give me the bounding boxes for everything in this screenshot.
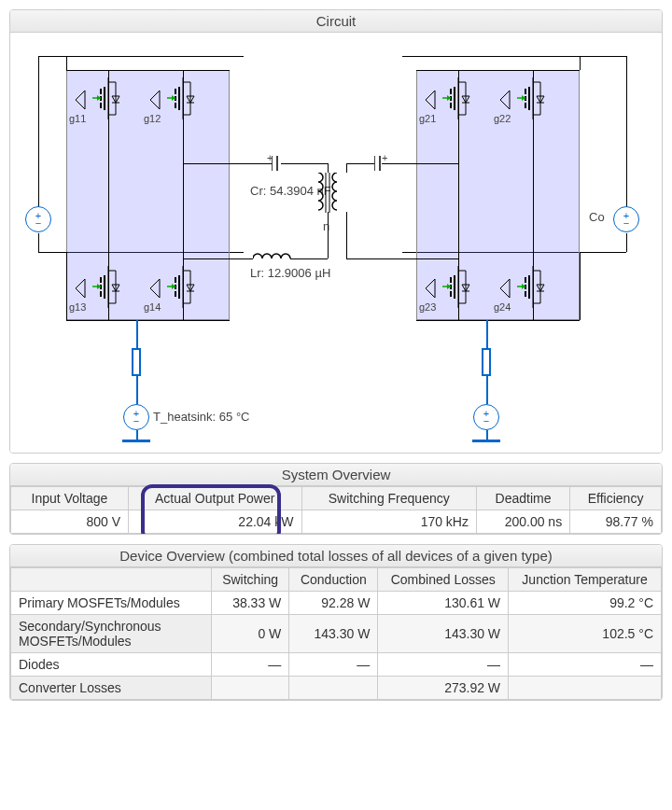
inductor-label-lr: Lr: 12.9006 µH xyxy=(250,266,330,280)
device-overview-table: Switching Conduction Combined Losses Jun… xyxy=(10,567,662,700)
heatsink-temp-label: T_heatsink: 65 °C xyxy=(153,410,249,424)
device-row-converter-switching xyxy=(212,677,289,700)
mosfet-g11 xyxy=(90,77,132,119)
output-cap-label: Co xyxy=(589,210,605,224)
circuit-diagram: +− +− Co xyxy=(10,33,662,453)
system-value-efficiency: 98.77 % xyxy=(570,510,662,534)
device-header-conduction: Conduction xyxy=(289,568,378,592)
gate-driver-icon xyxy=(150,279,161,298)
system-value-output-power: 22.04 kW xyxy=(128,510,301,534)
device-row-converter-combined: 273.92 W xyxy=(378,677,509,700)
system-header-output-power: Actual Output Power xyxy=(128,487,301,510)
system-header-switching-freq: Switching Frequency xyxy=(301,487,476,510)
mosfet-g22 xyxy=(514,77,556,119)
system-overview-title: System Overview xyxy=(10,464,662,486)
device-row-diodes-combined: — xyxy=(378,653,509,677)
device-row-primary-label: Primary MOSFETs/Modules xyxy=(11,592,212,615)
system-value-input-voltage: 800 V xyxy=(11,510,129,534)
gate-driver-icon xyxy=(76,91,87,109)
gate-driver-icon xyxy=(500,91,511,109)
device-row-secondary-conduction: 143.30 W xyxy=(289,615,378,653)
thermal-resistor-left xyxy=(132,348,141,376)
gate-label-g22: g22 xyxy=(494,113,511,124)
device-row-secondary-combined: 143.30 W xyxy=(378,615,509,653)
mosfet-g14 xyxy=(164,266,206,308)
gate-driver-icon xyxy=(76,279,87,298)
mosfet-g13 xyxy=(90,266,132,308)
mosfet-g21 xyxy=(440,77,482,119)
device-row-secondary-switching: 0 W xyxy=(212,615,289,653)
mosfet-g12 xyxy=(164,77,206,119)
circuit-panel-title: Circuit xyxy=(10,10,662,33)
system-overview-panel: System Overview Input Voltage Actual Out… xyxy=(9,463,663,535)
transformer-icon xyxy=(314,173,342,215)
device-header-switching: Switching xyxy=(212,568,289,592)
heatsink-source-left: +− xyxy=(123,404,149,430)
dc-source-right: +− xyxy=(613,206,639,232)
system-value-deadtime: 200.00 ns xyxy=(476,510,569,534)
device-overview-panel: Device Overview (combined total losses o… xyxy=(9,544,663,701)
device-header-junction: Junction Temperature xyxy=(509,568,662,592)
heatsink-source-right: +− xyxy=(473,404,499,430)
device-overview-title: Device Overview (combined total losses o… xyxy=(10,545,662,567)
capacitor-cr xyxy=(272,156,281,171)
gate-driver-icon xyxy=(500,279,511,298)
gate-label-g21: g21 xyxy=(419,113,436,124)
device-row-secondary-label: Secondary/Synchronous MOSFETs/Modules xyxy=(11,615,212,653)
gate-label-g11: g11 xyxy=(69,113,86,124)
gate-label-g14: g14 xyxy=(144,301,161,313)
transformer-ratio-label: n xyxy=(323,219,329,233)
device-header-combined: Combined Losses xyxy=(378,568,509,592)
device-row-diodes-switching: — xyxy=(212,653,289,677)
gate-label-g24: g24 xyxy=(494,301,511,313)
device-row-diodes-label: Diodes xyxy=(11,653,212,677)
device-row-converter-label: Converter Losses xyxy=(11,677,212,700)
device-row-converter-conduction xyxy=(289,677,378,700)
system-header-efficiency: Efficiency xyxy=(570,487,662,510)
thermal-resistor-right xyxy=(482,348,491,376)
device-row-primary-switching: 38.33 W xyxy=(212,592,289,615)
device-row-diodes-conduction: — xyxy=(289,653,378,677)
system-header-input-voltage: Input Voltage xyxy=(11,487,129,510)
system-overview-table: Input Voltage Actual Output Power Switch… xyxy=(10,486,662,534)
system-value-switching-freq: 170 kHz xyxy=(301,510,476,534)
inductor-lr xyxy=(253,251,295,264)
device-row-secondary-junction: 102.5 °C xyxy=(509,615,662,653)
mosfet-g23 xyxy=(440,266,482,308)
mosfet-g24 xyxy=(514,266,556,308)
device-row-primary-combined: 130.61 W xyxy=(378,592,509,615)
gate-driver-icon xyxy=(150,91,161,109)
device-header-blank xyxy=(11,568,212,592)
dc-source-left: +− xyxy=(25,206,51,232)
device-row-converter-junction xyxy=(509,677,662,700)
gate-label-g12: g12 xyxy=(144,113,161,124)
circuit-panel: Circuit +− +− Co xyxy=(9,9,663,454)
gate-label-g13: g13 xyxy=(69,301,86,313)
device-row-primary-junction: 99.2 °C xyxy=(509,592,662,615)
gate-driver-icon xyxy=(426,279,437,298)
gate-driver-icon xyxy=(426,91,437,109)
gate-label-g23: g23 xyxy=(419,301,436,313)
device-row-diodes-junction: — xyxy=(509,653,662,677)
device-row-primary-conduction: 92.28 W xyxy=(289,592,378,615)
system-header-deadtime: Deadtime xyxy=(476,487,569,510)
